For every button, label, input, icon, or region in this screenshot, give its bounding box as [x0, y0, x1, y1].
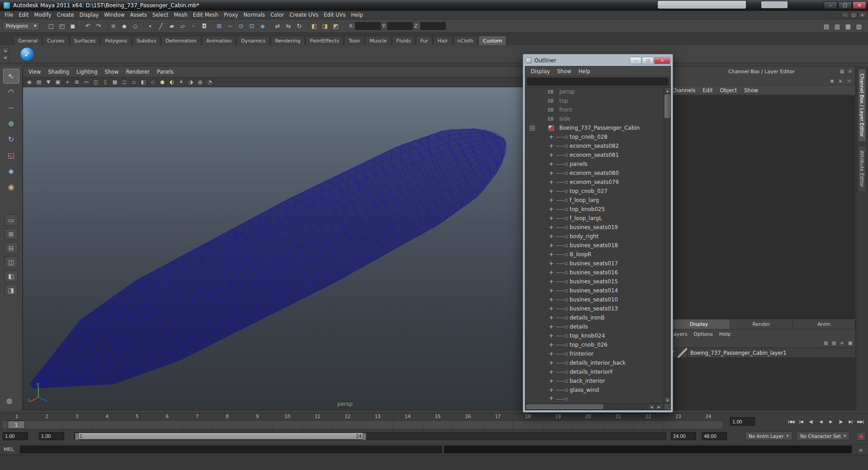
animation-start-field[interactable]: [3, 432, 28, 440]
outliner-row[interactable]: frinterior: [525, 349, 664, 358]
shelf-tab[interactable]: Rendering: [270, 36, 305, 45]
playback-range[interactable]: 1 24: [75, 433, 366, 439]
channel-box-menu-item[interactable]: Object: [717, 87, 741, 94]
frame-tick[interactable]: 21: [603, 414, 633, 420]
snap-plane-icon[interactable]: ⊡: [246, 21, 257, 32]
show-tool-settings-icon[interactable]: ▦: [843, 21, 854, 32]
mask-rendering-icon[interactable]: ◘: [199, 21, 210, 32]
outliner-menu-item[interactable]: Help: [575, 68, 594, 75]
outliner-row[interactable]: [525, 395, 664, 400]
wireframe-mode-icon[interactable]: ◇: [148, 78, 157, 86]
scroll-right-icon[interactable]: ▶: [656, 404, 662, 409]
expand-toggle[interactable]: [529, 259, 536, 268]
expand-toggle[interactable]: [529, 331, 536, 340]
shelf-tab[interactable]: Hair: [433, 36, 453, 45]
frame-tick[interactable]: 5: [122, 414, 152, 420]
outliner-menu-item[interactable]: Display: [527, 68, 553, 75]
expand-toggle[interactable]: [529, 322, 536, 331]
select-component-icon[interactable]: ◇: [130, 21, 141, 32]
frame-tick[interactable]: 17: [483, 414, 513, 420]
shaded-mode-icon[interactable]: ●: [158, 78, 167, 86]
undo-icon[interactable]: ↶: [82, 21, 93, 32]
outliner-row[interactable]: glass_wind: [525, 385, 664, 395]
expand-toggle[interactable]: [529, 241, 536, 250]
outliner-filter-input[interactable]: [527, 78, 669, 85]
frame-tick[interactable]: 4: [92, 414, 123, 420]
shelf-tab[interactable]: Custom: [478, 36, 506, 45]
shelf-menu-button[interactable]: ▼: [2, 55, 9, 61]
outliner-row[interactable]: top_cnob_026: [525, 340, 664, 349]
lighting-icon[interactable]: ☀: [177, 78, 186, 86]
shelf-tab[interactable]: Toon: [344, 36, 364, 45]
output-connections-icon[interactable]: ⇆: [283, 21, 294, 32]
create-layer-from-selected-icon[interactable]: ▦: [847, 340, 854, 347]
channel-box-content[interactable]: [668, 95, 855, 319]
bookmark-icon[interactable]: ▼: [44, 78, 53, 86]
time-slider[interactable]: 1: [2, 420, 723, 429]
frame-tick[interactable]: 14: [393, 414, 423, 420]
outliner-row[interactable]: econom_seats079: [525, 178, 664, 187]
frame-tick[interactable]: 16: [453, 414, 483, 420]
y-input[interactable]: [387, 22, 413, 30]
command-result-field[interactable]: [444, 446, 852, 453]
x-input[interactable]: [355, 22, 381, 30]
expand-toggle[interactable]: [529, 160, 536, 169]
menuset-dropdown[interactable]: Polygons▼: [3, 22, 40, 31]
frame-tick[interactable]: 6: [152, 414, 183, 420]
outliner-row[interactable]: details_interiorF: [525, 367, 664, 376]
expand-toggle[interactable]: [529, 150, 536, 160]
expand-toggle[interactable]: [529, 358, 536, 367]
frame-tick[interactable]: 24: [693, 414, 724, 420]
layout-split-button[interactable]: ◨: [5, 284, 18, 296]
expand-toggle[interactable]: −: [530, 126, 535, 131]
step-back-frame-button[interactable]: |◀: [796, 417, 806, 427]
frame-tick[interactable]: 13: [363, 414, 393, 420]
panel-menu-icon[interactable]: ▤: [839, 68, 845, 75]
safe-title-icon[interactable]: ▫: [129, 78, 138, 86]
show-grid-toggle-icon[interactable]: ▤: [821, 21, 832, 32]
playback-start-field[interactable]: [39, 432, 64, 440]
speed-mode-icon[interactable]: ▸: [837, 78, 844, 85]
outliner-row[interactable]: body_right: [525, 232, 664, 241]
universal-manipulator-tool[interactable]: ◈: [3, 164, 19, 179]
outliner-titlebar[interactable]: Outliner –□×: [526, 56, 670, 65]
outliner-row[interactable]: econom_seats082: [525, 141, 664, 150]
outliner-row[interactable]: f_loop_largL: [525, 214, 664, 223]
expand-toggle[interactable]: [529, 232, 536, 241]
playback-end-field[interactable]: [671, 432, 696, 440]
auto-keyframe-toggle[interactable]: [856, 432, 866, 441]
menu-item[interactable]: Edit Mesh: [190, 12, 221, 18]
shelf-tab[interactable]: Subdivs: [132, 36, 160, 45]
shelf-tab[interactable]: Fur: [416, 36, 433, 45]
outliner-row[interactable]: busines_seats013: [525, 304, 664, 313]
xray-icon[interactable]: ◍: [196, 78, 205, 86]
redo-icon[interactable]: ↷: [93, 21, 104, 32]
snap-grid-icon[interactable]: ⊞: [214, 21, 225, 32]
shelf-tab-cycle-button[interactable]: ▲: [2, 47, 9, 53]
expand-toggle[interactable]: [529, 114, 536, 123]
layer-editor-tab[interactable]: Render: [730, 320, 793, 329]
outliner-row[interactable]: − Boeing_737_Passenger_Cabin: [525, 123, 664, 132]
layout-persp-outliner-button[interactable]: ◧: [5, 270, 18, 282]
expand-toggle[interactable]: [529, 169, 536, 178]
manip-mode-icon[interactable]: ◈: [829, 78, 835, 85]
layout-two-side-button[interactable]: ◫: [5, 256, 18, 268]
expand-toggle[interactable]: [529, 367, 536, 376]
outliner-row[interactable]: top_knob025: [525, 205, 664, 214]
expand-toggle[interactable]: [529, 250, 536, 259]
shelf-tab[interactable]: Polygons: [100, 36, 132, 45]
rotate-tool[interactable]: ↻: [3, 132, 19, 147]
outliner-row[interactable]: side: [525, 114, 664, 123]
menu-item[interactable]: File: [2, 12, 16, 18]
frame-tick[interactable]: 12: [333, 414, 363, 420]
anim-layer-dropdown[interactable]: No Anim Layer▼: [745, 432, 793, 440]
menu-item[interactable]: Normals: [241, 12, 268, 18]
ipr-render-icon[interactable]: ◨: [320, 21, 330, 32]
outliner-close-button[interactable]: ×: [654, 57, 670, 64]
film-gate-icon[interactable]: ▭: [82, 78, 91, 86]
mask-deformations-icon[interactable]: ▱: [177, 21, 188, 32]
menu-item[interactable]: Mesh: [171, 12, 190, 18]
scroll-up-icon[interactable]: ▲: [664, 87, 670, 94]
shelf-tab[interactable]: nCloth: [453, 36, 478, 45]
render-settings-icon[interactable]: ◩: [330, 21, 341, 32]
